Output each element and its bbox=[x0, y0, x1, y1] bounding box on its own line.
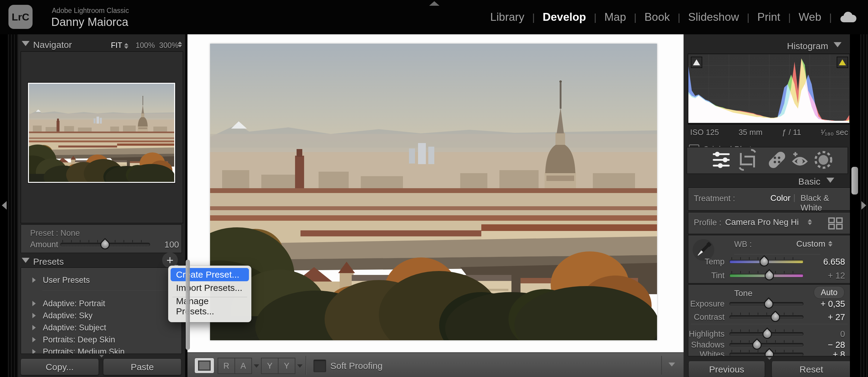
menu-item-create-preset[interactable]: Create Preset... bbox=[170, 268, 249, 281]
wb-value[interactable]: Custom bbox=[796, 239, 825, 249]
right-panel-scrollbar-thumb[interactable] bbox=[851, 167, 858, 195]
histogram-box bbox=[688, 54, 850, 125]
edit-sliders-icon[interactable] bbox=[714, 152, 729, 168]
loupe-view-button[interactable] bbox=[194, 358, 214, 373]
red-eye-tool-icon[interactable] bbox=[793, 152, 807, 165]
highlights-slider-row: Highlights0 bbox=[688, 329, 845, 339]
presets-list: User PresetsAdaptive: PortraitAdaptive: … bbox=[21, 267, 182, 354]
histogram-collapse-triangle[interactable] bbox=[834, 42, 841, 48]
profile-value[interactable]: Camera Pro Neg Hi bbox=[725, 217, 799, 227]
copy-button[interactable]: Copy... bbox=[21, 359, 99, 375]
soft-proofing-checkbox[interactable] bbox=[313, 359, 326, 372]
temp-slider-track[interactable] bbox=[730, 260, 804, 264]
preset-group-row[interactable]: Adaptive: Portrait bbox=[21, 299, 181, 309]
before-after-left-cell[interactable]: R bbox=[218, 358, 235, 374]
masking-tool-icon[interactable] bbox=[815, 152, 831, 168]
profile-browser-grid-icon[interactable] bbox=[828, 217, 843, 230]
disclosure-triangle-icon[interactable] bbox=[32, 349, 36, 354]
zoom-fit-updown-icon[interactable] bbox=[124, 43, 128, 49]
preset-group-row[interactable]: Adaptive: Sky bbox=[21, 310, 181, 321]
zoom-updown-icon[interactable] bbox=[178, 41, 182, 47]
whites-slider-track[interactable] bbox=[730, 353, 804, 356]
slider-label: Highlights bbox=[688, 330, 730, 339]
navigator-zoom-fit[interactable]: FIT bbox=[111, 41, 128, 50]
photo-turin-cityscape bbox=[210, 44, 657, 340]
profile-label: Profile : bbox=[694, 218, 721, 227]
wb-label: WB : bbox=[734, 240, 752, 249]
presets-collapse-triangle[interactable] bbox=[22, 258, 30, 264]
module-tab-web[interactable]: Web bbox=[799, 11, 821, 24]
shadow-clipping-indicator[interactable] bbox=[691, 57, 702, 68]
photo-canvas[interactable] bbox=[210, 44, 657, 340]
left-panel-grip-icon[interactable] bbox=[99, 355, 104, 357]
profile-updown-icon[interactable] bbox=[808, 219, 812, 225]
highlights-value: 0 bbox=[808, 329, 845, 339]
module-divider: | bbox=[788, 11, 791, 23]
disclosure-triangle-icon[interactable] bbox=[32, 325, 36, 330]
before-after-tb-button[interactable]: Y Y bbox=[261, 358, 296, 373]
preset-group-row[interactable]: User Presets bbox=[21, 275, 181, 285]
disclosure-triangle-icon[interactable] bbox=[32, 313, 36, 318]
paste-button[interactable]: Paste bbox=[103, 359, 181, 375]
left-panel-collapse-arrow[interactable] bbox=[2, 201, 7, 210]
treatment-bw-option[interactable]: Black & White bbox=[801, 193, 850, 213]
before-after-top-cell[interactable]: Y bbox=[261, 358, 278, 374]
preset-amount-box: Preset : None Amount100 bbox=[21, 224, 182, 253]
preset-group-row[interactable]: Adaptive: Subject bbox=[21, 322, 181, 333]
menu-item-import-presets[interactable]: Import Presets... bbox=[170, 281, 249, 295]
navigator-zoom-300[interactable]: 300% bbox=[159, 41, 179, 50]
tone-box: Tone Auto Exposure+ 0,35Contrast+ 27High… bbox=[688, 284, 850, 356]
module-tab-develop[interactable]: Develop bbox=[543, 11, 586, 24]
preset-group-row[interactable]: Portraits: Medium Skin bbox=[21, 347, 181, 354]
module-tab-map[interactable]: Map bbox=[604, 11, 626, 24]
contrast-slider-track[interactable] bbox=[730, 315, 804, 319]
menu-item-manage-presets[interactable]: Manage Presets... bbox=[170, 300, 249, 313]
navigator-zoom-100[interactable]: 100% bbox=[135, 41, 155, 50]
disclosure-triangle-icon[interactable] bbox=[32, 277, 36, 283]
slider-label: Shadows bbox=[688, 340, 730, 350]
shadows-slider-track[interactable] bbox=[730, 343, 804, 347]
preset-group-label: Portraits: Deep Skin bbox=[43, 335, 115, 344]
presets-title: Presets bbox=[33, 256, 64, 267]
module-tab-print[interactable]: Print bbox=[757, 11, 780, 24]
navigator-collapse-triangle[interactable] bbox=[22, 41, 30, 47]
basic-collapse-triangle[interactable] bbox=[827, 178, 834, 184]
cloud-sync-icon[interactable] bbox=[840, 11, 857, 24]
module-tab-book[interactable]: Book bbox=[644, 11, 670, 24]
wb-updown-icon[interactable] bbox=[828, 241, 832, 247]
treatment-color-option[interactable]: Color bbox=[770, 193, 790, 203]
exposure-slider-thumb[interactable] bbox=[762, 298, 775, 311]
disclosure-triangle-icon[interactable] bbox=[32, 337, 36, 342]
previous-button[interactable]: Previous bbox=[688, 361, 765, 377]
top-panel-reveal-arrow[interactable] bbox=[429, 1, 439, 6]
right-panel-grip-icon[interactable] bbox=[767, 357, 772, 360]
before-after-lr-caret-icon[interactable] bbox=[254, 364, 259, 368]
basic-panel-title: Basic bbox=[798, 176, 820, 187]
right-panel-collapse-arrow[interactable] bbox=[861, 201, 866, 210]
preset-group-row[interactable]: Portraits: Deep Skin bbox=[21, 335, 181, 345]
before-after-right-cell[interactable]: A bbox=[235, 358, 252, 374]
amount-slider-track[interactable] bbox=[60, 243, 150, 246]
crop-tool-icon[interactable] bbox=[740, 150, 755, 170]
left-panel: Navigator FIT 100% 300% Preset : None Am… bbox=[18, 34, 185, 377]
histogram-plot[interactable] bbox=[688, 54, 849, 123]
before-after-bottom-cell[interactable]: Y bbox=[278, 358, 296, 374]
whites-slider-row: Whites+ 8 bbox=[688, 349, 845, 356]
healing-tool-icon[interactable] bbox=[767, 150, 787, 170]
auto-tone-button[interactable]: Auto bbox=[814, 286, 844, 299]
tint-slider-track[interactable] bbox=[730, 274, 804, 277]
before-after-lr-button[interactable]: R A bbox=[218, 358, 252, 373]
before-after-tb-caret-icon[interactable] bbox=[297, 364, 303, 368]
right-scroll-lane[interactable] bbox=[850, 34, 860, 377]
exposure-slider-track[interactable] bbox=[730, 302, 804, 306]
shadows-value: − 28 bbox=[808, 340, 845, 350]
reset-button[interactable]: Reset bbox=[772, 361, 850, 377]
navigator-thumbnail[interactable] bbox=[28, 82, 176, 183]
toolbar-options-caret-icon[interactable] bbox=[669, 363, 675, 367]
highlights-slider-track[interactable] bbox=[730, 332, 804, 336]
highlight-clipping-indicator[interactable] bbox=[837, 57, 848, 68]
module-tab-library[interactable]: Library bbox=[490, 11, 524, 24]
disclosure-triangle-icon[interactable] bbox=[32, 301, 36, 306]
module-tab-slideshow[interactable]: Slideshow bbox=[688, 11, 739, 24]
left-panel-scrollbar-thumb[interactable] bbox=[186, 260, 190, 350]
